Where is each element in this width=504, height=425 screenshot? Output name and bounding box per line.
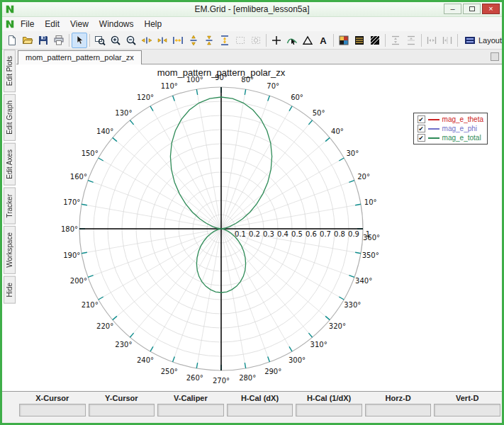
toolbar-separator	[421, 34, 422, 47]
legend-checkbox-mag-e-total[interactable]: ✔	[418, 134, 425, 142]
svg-text:40°: 40°	[331, 128, 344, 135]
svg-text:120°: 120°	[137, 94, 154, 101]
legend-checkbox-mag-e-theta[interactable]: ✔	[418, 115, 425, 123]
status-cells-row	[2, 404, 502, 416]
sidebar-item-edit-axes[interactable]: Edit Axes	[4, 143, 16, 186]
status-cell-x-cursor	[19, 404, 86, 416]
v-caliper-icon[interactable]	[388, 33, 403, 48]
menubar-logo-icon	[5, 19, 15, 29]
v-compress-icon[interactable]	[201, 33, 217, 48]
select-cursor-icon[interactable]	[72, 33, 87, 48]
status-cell-v-caliper	[157, 404, 224, 416]
menu-windows[interactable]: Windows	[94, 18, 139, 30]
svg-text:0.2: 0.2	[249, 230, 260, 238]
minimize-button[interactable]: –	[444, 4, 461, 14]
text-label-icon[interactable]: A	[315, 33, 331, 48]
status-labels-row: X-Cursor Y-Cursor V-Caliper H-Cal (dX) H…	[2, 392, 502, 404]
menu-file[interactable]: File	[16, 18, 39, 30]
status-bar: X-Cursor Y-Cursor V-Caliper H-Cal (dX) H…	[2, 391, 502, 423]
side-tab-strip: Edit Plots Edit Graph Edit Axes Tracker …	[2, 50, 16, 391]
window-title: EM.Grid - [emlibera_lesson5a]	[2, 4, 502, 14]
close-button[interactable]: ×	[482, 4, 500, 14]
svg-text:150°: 150°	[82, 149, 99, 157]
open-icon[interactable]	[20, 33, 35, 48]
toolbar-separator	[457, 34, 458, 47]
colormap-icon[interactable]	[336, 33, 352, 48]
fill-pattern-icon[interactable]	[367, 33, 383, 48]
svg-text:0.4: 0.4	[277, 230, 289, 238]
v-fit-icon[interactable]	[217, 33, 233, 48]
delta-icon[interactable]	[300, 33, 315, 48]
v-expand-icon[interactable]	[186, 33, 201, 48]
legend-line-sample	[428, 128, 439, 130]
legend-label: mag_e_theta	[442, 115, 483, 123]
plot-area: 0.10.20.30.40.50.60.70.80.9110°20°30°40°…	[16, 64, 502, 391]
zoom-in-icon[interactable]	[108, 33, 123, 48]
legend-row: ✔ mag_e_phi	[418, 125, 483, 132]
svg-text:340°: 340°	[355, 277, 372, 285]
menu-help[interactable]: Help	[140, 18, 167, 30]
svg-text:110°: 110°	[161, 82, 178, 90]
h-compress-icon[interactable]	[155, 33, 170, 48]
svg-text:30°: 30°	[346, 149, 359, 157]
app-window: EM.Grid - [emlibera_lesson5a] – × File E…	[0, 0, 504, 425]
tracker-icon[interactable]	[284, 33, 300, 48]
zoom-window-icon[interactable]	[92, 33, 108, 48]
svg-text:A: A	[320, 35, 327, 45]
svg-text:0.3: 0.3	[263, 230, 274, 238]
sidebar-item-hide[interactable]: Hide	[4, 276, 16, 304]
svg-text:200°: 200°	[70, 277, 87, 285]
sidebar-item-edit-graph[interactable]: Edit Graph	[4, 94, 16, 141]
region-select-icon[interactable]	[233, 33, 248, 48]
status-label-horz-d: Horz-D	[364, 394, 433, 402]
save-icon[interactable]	[35, 33, 51, 48]
h-caliper-alt-icon[interactable]	[439, 33, 455, 48]
status-cell-h-cal-dx	[227, 404, 293, 416]
status-cell-horz-d	[365, 404, 432, 416]
maximize-button[interactable]	[463, 4, 481, 14]
zoom-out-icon[interactable]	[123, 33, 139, 48]
content-area: mom_pattern_pattern_polar_zx 0.10.20.30.…	[16, 50, 502, 391]
svg-text:280°: 280°	[239, 374, 256, 382]
legend-line-sample	[428, 119, 439, 120]
svg-text:180°: 180°	[61, 225, 78, 233]
h-fit-icon[interactable]	[170, 33, 186, 48]
status-cell-y-cursor	[89, 404, 155, 416]
svg-text:50°: 50°	[313, 109, 325, 117]
menu-view[interactable]: View	[65, 18, 94, 30]
svg-text:270°: 270°	[213, 377, 230, 385]
legend-line-sample	[428, 137, 439, 139]
legend-label: mag_e_total	[442, 134, 481, 142]
svg-text:240°: 240°	[137, 356, 154, 364]
v-caliper-alt-icon[interactable]	[403, 33, 419, 48]
sidebar-item-tracker[interactable]: Tracker	[4, 188, 16, 225]
titlebar: EM.Grid - [emlibera_lesson5a] – ×	[2, 2, 502, 17]
layout-icon	[464, 35, 476, 46]
plot-legend: ✔ mag_e_theta ✔ mag_e_phi ✔ mag_e_total	[413, 113, 488, 144]
sidebar-item-workspace[interactable]: Workspace	[4, 226, 16, 274]
svg-text:160°: 160°	[70, 173, 87, 181]
print-icon[interactable]	[51, 33, 67, 48]
sidebar-item-edit-plots[interactable]: Edit Plots	[4, 50, 16, 92]
legend-checkbox-mag-e-phi[interactable]: ✔	[418, 125, 425, 132]
h-caliper-icon[interactable]	[424, 33, 439, 48]
tab-strip-corner-button[interactable]	[491, 52, 499, 61]
new-icon[interactable]	[4, 33, 20, 48]
toolbar: A Layout ▾	[2, 31, 502, 50]
svg-text:250°: 250°	[161, 368, 178, 375]
layout-button[interactable]: Layout ▾	[460, 33, 504, 48]
svg-text:140°: 140°	[96, 128, 113, 135]
status-label-h-cal-dx: H-Cal (dX)	[225, 394, 295, 402]
svg-text:20°: 20°	[357, 173, 370, 181]
tab-mom-pattern-pattern-polar-zx[interactable]: mom_pattern_pattern_polar_zx	[18, 50, 142, 64]
menubar: File Edit View Windows Help	[2, 17, 502, 31]
doc-tabstrip: mom_pattern_pattern_polar_zx	[16, 50, 502, 64]
menu-edit[interactable]: Edit	[40, 18, 65, 30]
status-label-v-caliper: V-Caliper	[156, 394, 225, 402]
workspace: Edit Plots Edit Graph Edit Axes Tracker …	[2, 50, 502, 391]
region-zoom-icon[interactable]	[248, 33, 264, 48]
crosshair-icon[interactable]	[269, 33, 284, 48]
line-pattern-icon[interactable]	[352, 33, 367, 48]
h-expand-icon[interactable]	[139, 33, 155, 48]
svg-text:290°: 290°	[264, 368, 281, 375]
